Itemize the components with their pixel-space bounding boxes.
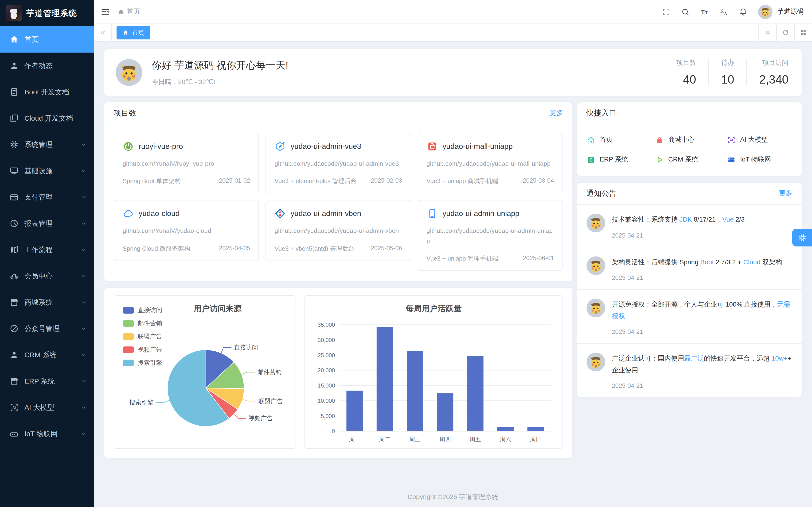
project-name[interactable]: yudao-ui-admin-uniapp — [443, 210, 519, 218]
notice-title: 广泛企业认可：国内使用最广泛的快速开发平台，远超 10w++ 企业使用 — [612, 352, 792, 376]
sidebar-item-IoT 物联网[interactable]: IoT 物联网 — [0, 420, 94, 447]
pie-chart-card: 用户访问来源 直接访问邮件营销联盟广告视频广告搜索引擎 直接访问邮件营销联盟广告… — [114, 295, 296, 449]
svg-text:E: E — [590, 158, 592, 162]
chevron-down-icon — [80, 404, 87, 411]
chevron-down-icon — [80, 298, 87, 306]
tab-home-icon — [123, 30, 129, 36]
sidebar-item-Cloud 开发文档[interactable]: Cloud 开发文档 — [0, 105, 94, 131]
project-card-yudao-ui-admin-uniapp[interactable]: yudao-ui-admin-uniappgithub.com/yudaocod… — [417, 200, 563, 271]
quick-entry-CRM 系统[interactable]: CRM 系统 — [655, 150, 727, 169]
projects-more-link[interactable]: 更多 — [550, 109, 563, 117]
quick-entry-AI 大模型[interactable]: AIAI 大模型 — [727, 130, 792, 150]
project-name[interactable]: yudao-cloud — [139, 210, 180, 218]
project-name[interactable]: ruoyi-vue-pro — [139, 142, 183, 151]
iot-icon — [9, 429, 19, 439]
svg-text:AI: AI — [730, 138, 733, 142]
project-card-ruoyi-vue-pro[interactable]: ruoyi-vue-progithub.com/YunaiV/ruoyi-vue… — [114, 133, 259, 194]
quick-entry-首页[interactable]: 首页 — [587, 130, 655, 150]
app-logo[interactable]: 芋道管理系统 — [0, 0, 94, 26]
sidebar-item-工作流程[interactable]: 工作流程 — [0, 237, 94, 263]
language-icon[interactable]: 文A — [719, 7, 728, 16]
fullscreen-icon[interactable] — [662, 7, 670, 16]
tabs-refresh-icon[interactable] — [776, 24, 794, 41]
legend-item-联盟广告[interactable]: 联盟广告 — [123, 333, 162, 341]
sidebar-item-公众号管理[interactable]: 公众号管理 — [0, 316, 94, 342]
pie-chart-title: 用户访问来源 — [166, 303, 269, 314]
sidebar-item-商城系统[interactable]: 商城系统 — [0, 289, 94, 316]
sidebar-item-首页[interactable]: 首页 — [0, 26, 94, 53]
project-card-yudao-ui-mall-uniapp[interactable]: yudao-ui-mall-uniappgithub.com/yudaocode… — [417, 133, 563, 194]
svg-text:周六: 周六 — [500, 436, 511, 443]
user-name[interactable]: 芋道源码 — [777, 7, 804, 16]
mall-bag-icon — [426, 141, 438, 152]
notice-item[interactable]: 技术兼容性：系统支持 JDK 8/17/21，Vue 2/32025-04-21 — [577, 205, 802, 247]
settings-button[interactable] — [792, 229, 812, 246]
sidebar-item-支付管理[interactable]: 支付管理 — [0, 184, 94, 210]
notices-more-link[interactable]: 更多 — [779, 189, 792, 198]
quick-entry-ERP 系统[interactable]: EERP 系统 — [587, 150, 655, 169]
sidebar-item-AI 大模型[interactable]: AIAI 大模型 — [0, 394, 94, 420]
notice-list: 技术兼容性：系统支持 JDK 8/17/21，Vue 2/32025-04-21… — [577, 205, 802, 397]
chevron-down-icon — [80, 272, 87, 280]
spring-boot-icon — [123, 141, 134, 152]
tabs-strip: 首页 — [112, 24, 758, 41]
document-icon — [9, 87, 19, 97]
project-name[interactable]: yudao-ui-admin-vue3 — [291, 142, 361, 151]
quick-entry-商城中心[interactable]: 商城中心 — [655, 130, 727, 150]
project-name[interactable]: yudao-ui-admin-vben — [291, 210, 361, 218]
app-title: 芋道管理系统 — [26, 8, 77, 18]
notice-item[interactable]: 架构灵活性：后端提供 Spring Boot 2.7/3.2 + Cloud 双… — [577, 247, 802, 290]
bar-chart: 05,00010,00015,00020,00025,00030,00035,0… — [305, 296, 562, 449]
iot-icon — [727, 155, 736, 164]
svg-text:周二: 周二 — [379, 436, 390, 443]
legend-item-搜索引擎[interactable]: 搜索引擎 — [123, 359, 162, 368]
project-desc: Spring Boot 单体架构 — [123, 177, 181, 186]
quick-entry-label: CRM 系统 — [668, 155, 698, 164]
notification-bell-icon[interactable] — [739, 7, 748, 16]
compass-icon — [9, 324, 19, 333]
sidebar-item-Boot 开发文档[interactable]: Boot 开发文档 — [0, 79, 94, 105]
project-card-yudao-cloud[interactable]: yudao-cloudgithub.com/YunaiV/yudao-cloud… — [114, 200, 259, 261]
pie-icon — [9, 219, 19, 228]
notice-title: 开源免授权：全部开源，个人与企业可 100% 直接使用，无需授权 — [612, 298, 792, 322]
tabs-layout-icon[interactable] — [794, 24, 812, 41]
project-card-yudao-ui-admin-vben[interactable]: yudao-ui-admin-vbengithub.com/yudaocode/… — [266, 200, 411, 261]
welcome-weather: 今日晴，20℃ - 32℃! — [152, 78, 288, 87]
menu-fold-icon[interactable] — [101, 7, 110, 16]
legend-item-直接访问[interactable]: 直接访问 — [123, 306, 162, 315]
legend-item-邮件营销[interactable]: 邮件营销 — [123, 320, 162, 328]
notice-item[interactable]: 开源免授权：全部开源，个人与企业可 100% 直接使用，无需授权2025-04-… — [577, 290, 802, 344]
chevron-down-icon — [80, 351, 87, 359]
svg-text:A: A — [724, 11, 727, 15]
chevron-down-icon — [80, 325, 87, 332]
sidebar-item-作者动态[interactable]: 作者动态 — [0, 53, 94, 79]
tabs-scroll-right-icon[interactable] — [758, 24, 776, 41]
project-name[interactable]: yudao-ui-mall-uniapp — [443, 142, 513, 151]
welcome-panel: 你好 芋道源码 祝你开心每一天! 今日晴，20℃ - 32℃! 项目数 40 待… — [104, 49, 802, 96]
sidebar-item-会员中心[interactable]: 会员中心 — [0, 263, 94, 289]
avatar — [587, 298, 605, 317]
svg-text:周三: 周三 — [409, 436, 420, 443]
ai-icon: AI — [9, 403, 19, 412]
sidebar-item-CRM 系统[interactable]: CRM 系统 — [0, 342, 94, 368]
font-size-icon[interactable]: TT — [700, 7, 709, 16]
project-card-yudao-ui-admin-vue3[interactable]: yudao-ui-admin-vue3github.com/yudaocode/… — [266, 133, 411, 194]
tab-home[interactable]: 首页 — [116, 26, 150, 40]
sidebar-item-ERP 系统[interactable]: ERP 系统 — [0, 368, 94, 394]
sidebar-item-系统管理[interactable]: 系统管理 — [0, 131, 94, 158]
project-date: 2025-01-02 — [219, 177, 250, 186]
user-avatar[interactable] — [758, 4, 772, 19]
svg-text:25,000: 25,000 — [318, 352, 335, 358]
projects-panel: 项目数 更多 ruoyi-vue-progithub.com/YunaiV/ru… — [104, 102, 572, 281]
legend-item-视频广告[interactable]: 视频广告 — [123, 346, 162, 354]
sidebar-item-报表管理[interactable]: 报表管理 — [0, 210, 94, 237]
sidebar-item-基础设施[interactable]: 基础设施 — [0, 158, 94, 184]
logo-image — [6, 5, 21, 21]
avatar — [587, 256, 605, 275]
search-icon[interactable] — [681, 7, 690, 16]
project-date: 2025-06-01 — [523, 255, 554, 263]
notices-title: 通知公告 — [587, 188, 616, 199]
notice-item[interactable]: 广泛企业认可：国内使用最广泛的快速开发平台，远超 10w++ 企业使用2025-… — [577, 344, 802, 397]
tabs-scroll-left-icon[interactable] — [94, 24, 112, 41]
quick-entry-IoT 物联网[interactable]: IoT 物联网 — [727, 150, 792, 169]
